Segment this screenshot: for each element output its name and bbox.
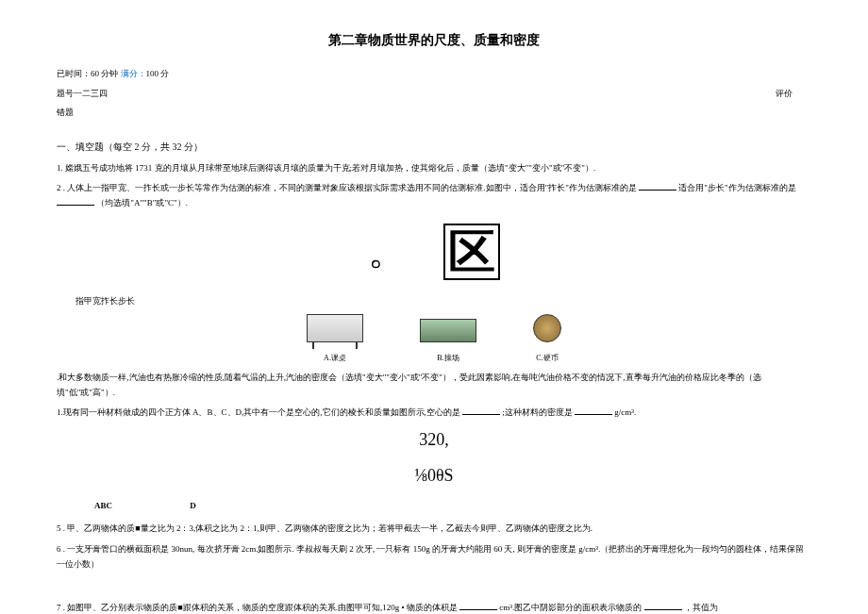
blank-field [459, 601, 497, 610]
timer-row: 已时间：60 分钟 满分：100 分 [57, 66, 811, 81]
coin-icon [533, 314, 561, 342]
item-a-label: A.课桌 [307, 352, 363, 365]
question-3: .和大多数物质一样,汽油也有热胀冷缩的性质,随着气温的上升,汽油的密度会（选填"… [57, 370, 811, 400]
items-figure-row: A.课桌 B.操场 C.硬币 [57, 314, 811, 365]
section-1-header: 一、填空题（每空 2 分，共 32 分） [57, 139, 811, 156]
figure-number-2: ⅛0θS [57, 460, 811, 490]
item-b-label: B.操场 [420, 352, 476, 365]
blank-field [639, 181, 676, 191]
timer-prefix: 已时间： [57, 69, 91, 78]
question-5: 5 . 甲、乙两物体的质■量之比为 2：3,体积之比为 2：1,则甲、乙两物体的… [57, 521, 811, 536]
d-label: D [190, 501, 196, 510]
circle-symbol: 。 [368, 218, 406, 286]
q4-text-a: 1.现有同一种材料做成的四个正方体 A、B、C、D,其中有一个是空心的,它们的棱… [57, 407, 460, 417]
question-7: 7 . 如图甲、乙分别表示物质的质■跟体积的关系，物质的空度跟体积的关系.由图甲… [57, 600, 811, 614]
score-table-row: 题号一二三四 评价 [57, 86, 793, 101]
q7-text-a: 7 . 如图甲、乙分别表示物质的质■跟体积的关系，物质的空度跟体积的关系.由图甲… [57, 603, 458, 612]
blank-field [644, 601, 682, 610]
q7-text-c: ，其值为 [684, 603, 718, 612]
finger-measurement-label: 指甲宽拃长步长 [57, 293, 811, 308]
question-4: 1.现有同一种材料做成的四个正方体 A、B、C、D,其中有一个是空心的,它们的棱… [57, 405, 811, 420]
question-numbers: 题号一二三四 [57, 86, 108, 101]
item-desk: A.课桌 [307, 314, 363, 365]
timer-value: 60 分钟 [91, 69, 118, 78]
item-c-label: C.硬币 [533, 352, 561, 365]
item-field: B.操场 [420, 319, 476, 365]
blank-field [57, 196, 94, 206]
score-value: 100 分 [146, 69, 170, 78]
blank-field [575, 406, 612, 415]
q2-text-b: 适合用"步长"作为估测标准的是 [678, 183, 795, 192]
figure-symbols-row: 。 区 [57, 218, 811, 286]
box-symbol: 区 [443, 224, 500, 280]
abc-label: ABC [94, 501, 112, 510]
q2-text-c: （均选填"A""B"或"C"）. [96, 198, 188, 207]
page-title: 第二章物质世界的尺度、质量和密度 [57, 28, 811, 52]
q4-text-b: ;这种材料的密度是 [502, 407, 573, 417]
q2-text-a: 2 . 人体上一指甲宽、一拃长或一步长等常作为估测的标准，不同的测量对象应该根据… [57, 183, 637, 192]
q7-text-b: cm³.图乙中阴影部分的面积表示物质的 [499, 603, 642, 612]
blank-field [462, 406, 500, 415]
wrong-question-label: 错题 [57, 105, 811, 120]
evaluation-label: 评价 [776, 86, 793, 101]
abc-labels: ABC D [57, 498, 811, 513]
question-2: 2 . 人体上一指甲宽、一拃长或一步长等常作为估测的标准，不同的测量对象应该根据… [57, 180, 811, 210]
desk-icon [307, 314, 363, 342]
question-1: 1. 嫦娥五号成功地将 1731 克的月壤从月球带至地球后测得该月壤的质量为干克… [57, 160, 811, 175]
question-6: 6 . 一支牙膏管口的横截面积是 30nun, 每次挤牙膏 2cm.如图所示. … [57, 541, 811, 572]
score-label: 满分： [118, 69, 145, 78]
q4-text-c: g/cm³. [614, 407, 636, 417]
figure-number-1: 320, [57, 424, 811, 455]
field-icon [420, 319, 476, 342]
item-coin: C.硬币 [533, 314, 561, 365]
